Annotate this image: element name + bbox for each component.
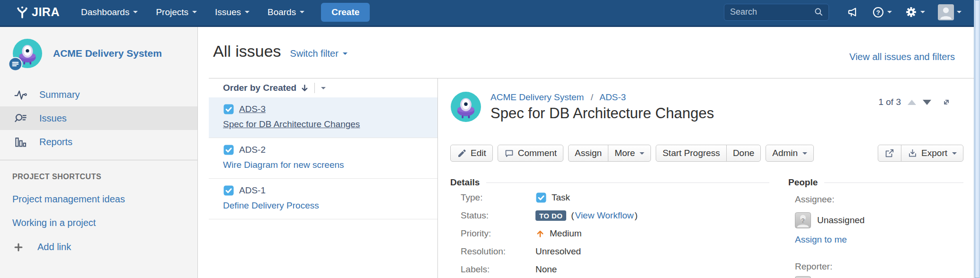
project-type-badge-icon [8, 57, 23, 71]
project-name[interactable]: ACME Delivery System [53, 47, 162, 59]
issue-list-panel: Order by Created ADS-3 Spec for DB Archi… [209, 78, 438, 278]
sidebar-nav: Summary Issues Reports [0, 83, 197, 154]
paren-close: ) [634, 210, 637, 221]
issue-list-item-ads-3[interactable]: ADS-3 Spec for DB Architecture Changes [209, 97, 437, 138]
sidebar-item-reports[interactable]: Reports [0, 130, 197, 154]
switch-filter-dropdown[interactable]: Switch filter [290, 48, 347, 59]
create-button[interactable]: Create [321, 3, 370, 22]
share-button[interactable] [878, 145, 901, 162]
share-icon [884, 148, 895, 158]
sidebar-item-label: Issues [39, 113, 67, 124]
next-issue-button[interactable] [923, 100, 931, 105]
assignee-label: Assignee: [795, 194, 974, 205]
search-input[interactable] [730, 7, 814, 17]
project-header: ACME Delivery System [0, 27, 197, 79]
task-type-icon [223, 104, 234, 115]
pencil-icon [457, 148, 467, 158]
edit-button[interactable]: Edit [450, 145, 493, 162]
scrollbar-thumb[interactable] [975, 0, 980, 278]
admin-dropdown-button[interactable]: Admin [766, 145, 814, 162]
gear-icon [905, 6, 918, 18]
vertical-scrollbar[interactable] [974, 0, 980, 278]
assign-to-me-link[interactable]: Assign to me [795, 235, 847, 245]
issue-key-link[interactable]: ADS-2 [239, 145, 266, 155]
pager-position-text: 1 of 3 [878, 97, 901, 107]
add-link-button[interactable]: Add link [13, 242, 197, 252]
export-dropdown-button[interactable]: Export [901, 145, 963, 162]
chevron-down-icon [343, 52, 347, 55]
help-menu-button[interactable]: ? [872, 6, 892, 18]
expand-icon[interactable] [941, 96, 952, 108]
task-type-icon [223, 185, 234, 196]
type-value: Task [552, 192, 570, 203]
people-heading: People [788, 177, 818, 188]
menu-boards[interactable]: Boards [258, 0, 313, 24]
shortcut-link-working-in-a-project[interactable]: Working in a project [12, 217, 197, 228]
view-workflow-link[interactable]: View Workflow [575, 210, 634, 221]
order-options-dropdown-icon[interactable] [321, 87, 326, 89]
filter-header: All issues Switch filter View all issues… [198, 27, 974, 78]
unassigned-avatar-icon: ? [795, 212, 811, 228]
menu-issues[interactable]: Issues [206, 0, 258, 24]
issue-toolbar: Edit Comment Assign More [450, 145, 974, 162]
start-progress-button[interactable]: Start Progress [656, 145, 726, 162]
issue-key-link[interactable]: ADS-3 [239, 104, 266, 114]
topbar-right-controls: ? [724, 4, 962, 21]
assign-button[interactable]: Assign [568, 145, 608, 162]
issue-list-item-ads-1[interactable]: ADS-1 Define Delivery Process [209, 179, 437, 219]
project-sidebar: ACME Delivery System Summary Issues Repo… [0, 27, 198, 278]
page-title: All issues [213, 42, 281, 61]
chevron-down-icon [920, 11, 925, 13]
breadcrumb-project-link[interactable]: ACME Delivery System [490, 92, 584, 102]
settings-menu-button[interactable] [905, 6, 925, 18]
field-resolution: Resolution: Unresolved [450, 243, 769, 261]
chevron-down-icon [802, 152, 807, 155]
chevron-down-icon [952, 152, 957, 155]
issue-pager: 1 of 3 [878, 96, 952, 108]
order-by-label[interactable]: Order by Created [223, 83, 296, 93]
labels-value: None [535, 264, 557, 275]
breadcrumb-issue-key-link[interactable]: ADS-3 [599, 92, 626, 102]
add-link-label: Add link [37, 242, 71, 252]
sidebar-item-summary[interactable]: Summary [0, 83, 197, 106]
previous-issue-button[interactable] [908, 100, 916, 105]
sort-direction-down-icon[interactable] [300, 84, 309, 93]
comment-button[interactable]: Comment [498, 145, 563, 162]
project-shortcuts-header: PROJECT SHORTCUTS [12, 173, 197, 181]
issue-summary-link[interactable]: Define Delivery Process [223, 200, 319, 211]
menu-projects[interactable]: Projects [147, 0, 206, 24]
issue-summary-link[interactable]: Wire Diagram for new screens [223, 160, 344, 170]
project-avatar[interactable] [12, 38, 43, 69]
assignee-value: Unassigned [817, 215, 864, 226]
task-type-icon [223, 144, 234, 156]
download-icon [908, 148, 918, 158]
shortcut-link-project-management-ideas[interactable]: Project management ideas [12, 194, 197, 205]
view-all-issues-link[interactable]: View all issues and filters [849, 52, 955, 62]
issue-detail-panel: ACME Delivery System / ADS-3 Spec for DB… [438, 78, 974, 278]
issue-list-item-ads-2[interactable]: ADS-2 Wire Diagram for new screens [209, 138, 437, 179]
project-avatar [450, 91, 481, 122]
priority-value: Medium [550, 228, 582, 239]
issue-key-link[interactable]: ADS-1 [239, 185, 266, 196]
field-status: Status: TO DO (View Workflow) [450, 207, 769, 225]
share-export-group: Export [878, 145, 963, 162]
issue-summary-link[interactable]: Spec for DB Architecture Changes [223, 119, 360, 130]
chevron-down-icon [887, 11, 892, 13]
menu-dashboards[interactable]: Dashboards [72, 0, 147, 24]
more-dropdown-button[interactable]: More [608, 145, 651, 162]
quick-search[interactable] [724, 4, 829, 21]
workflow-button-group: Start Progress Done [656, 145, 761, 162]
issue-title: Spec for DB Architecture Changes [490, 105, 714, 122]
jira-logo[interactable]: JIRA [16, 5, 60, 19]
chevron-down-icon [245, 11, 249, 13]
comment-bubble-icon [504, 148, 514, 158]
chevron-down-icon [957, 11, 962, 13]
done-button[interactable]: Done [726, 145, 761, 162]
field-type: Type: Task [450, 189, 769, 207]
sidebar-item-issues[interactable]: Issues [0, 106, 197, 130]
section-rule [824, 182, 963, 183]
priority-medium-icon [535, 229, 545, 238]
user-menu-button[interactable] [938, 4, 962, 20]
reporter-label: Reporter: [795, 261, 974, 272]
announcement-button[interactable] [846, 6, 859, 18]
